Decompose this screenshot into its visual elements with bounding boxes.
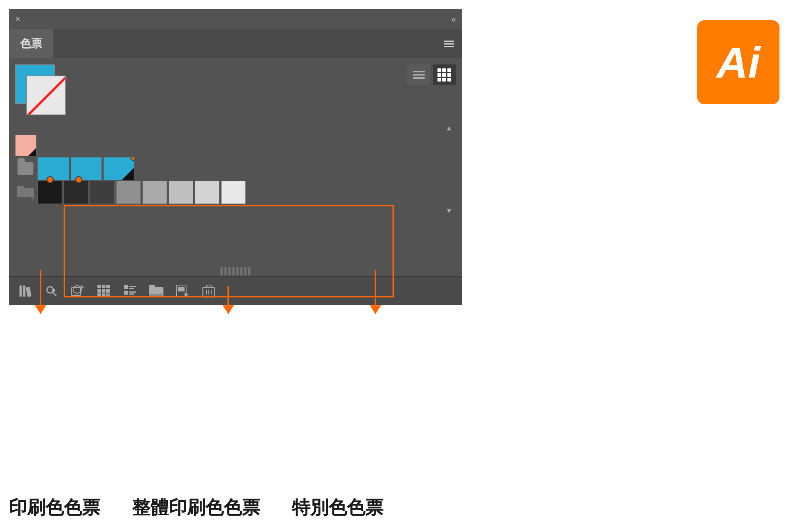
delete-icon [202,284,215,298]
svg-rect-18 [106,285,110,288]
swatch-row-1 [15,134,456,157]
label-global-print-color: 整體印刷色色票 [132,495,260,520]
swatch-gray-4[interactable] [116,181,141,204]
swatch-row-2 [15,157,456,181]
svg-rect-33 [149,285,155,288]
swatch-blue-2[interactable] [71,157,102,180]
current-color-preview [15,64,71,116]
svg-rect-20 [102,289,105,293]
swatches-panel: × « 色票 [9,9,462,305]
folder-shape [17,162,33,175]
svg-rect-26 [124,285,128,289]
svg-rect-36 [178,287,185,291]
label-special-color: 特別色色票 [292,495,383,520]
labels-row: 印刷色色票 整體印刷色色票 特別色色票 [9,495,383,520]
panel-title: 色票 [20,36,42,51]
svg-rect-22 [97,293,101,297]
svg-rect-4 [23,285,25,297]
panel-menu-button[interactable] [444,41,454,47]
close-button[interactable]: × [15,15,20,23]
folder-open-icon-svg [17,186,34,199]
swatch-gray-6[interactable] [169,181,193,204]
find-field-button[interactable] [40,281,63,301]
label-print-color: 印刷色色票 [9,495,100,520]
swatch-dark-gray[interactable] [64,181,88,204]
dot-orange-3 [130,157,134,161]
find-icon [45,285,58,297]
color-preview-row [15,64,456,116]
swatch-area: ▲ [15,122,456,270]
svg-line-8 [52,292,56,296]
scroll-up-row: ▲ [15,122,456,134]
scroll-up-button[interactable]: ▲ [445,124,453,132]
svg-rect-17 [102,285,105,288]
svg-rect-31 [129,293,134,295]
ai-logo: Ai [697,20,779,104]
swatch-gray-7[interactable] [195,181,220,204]
swatch-black[interactable] [37,181,62,204]
svg-marker-34 [149,294,163,297]
library-icon [18,284,32,298]
delete-swatch-button[interactable] [197,281,220,301]
swatch-library-button[interactable] [14,281,37,301]
stroke-color-swatch[interactable] [26,76,66,115]
swatch-pink[interactable] [15,135,37,156]
list-view-icon [413,71,425,79]
panel-title-rest [53,29,462,58]
svg-rect-21 [106,289,110,293]
svg-rect-3 [19,285,22,297]
svg-rect-27 [129,286,136,287]
panel-header: × « [9,9,462,29]
swatch-med-gray[interactable] [90,181,115,204]
svg-rect-5 [26,287,31,297]
swatch-blue-diag[interactable] [103,157,134,180]
arrow-head-1 [35,305,46,314]
open-folder-icon [149,285,163,297]
swatch-options-button[interactable] [119,281,142,301]
new-swatch-icon [97,284,111,298]
swatch-group-folder-open[interactable] [15,182,36,203]
arrow-head-3 [370,305,381,314]
grid-view-button[interactable] [433,64,456,85]
dot-orange-2 [75,176,82,183]
swatch-group-folder-closed[interactable] [15,158,36,179]
place-swatch-icon [176,284,189,298]
svg-rect-30 [129,291,136,293]
swatch-black-corner [28,148,36,156]
grid-view-icon [437,68,451,82]
swatch-gray-8[interactable] [221,181,246,204]
swatch-row-3 [15,181,456,204]
resize-handle[interactable] [221,267,251,276]
svg-rect-28 [129,288,134,289]
arrow-head-2 [223,305,234,314]
new-swatch-button[interactable] [92,281,115,301]
scroll-down-button[interactable]: ▼ [445,207,453,215]
svg-rect-1 [17,186,24,190]
swatch-options-icon [123,284,137,298]
panel-body: ▲ [9,58,462,276]
dot-orange-1 [47,176,54,183]
place-swatch-button[interactable] [171,281,194,301]
create-color-group-icon [71,284,84,298]
scroll-down-row: ▼ [15,204,456,217]
svg-rect-23 [102,293,105,297]
collapse-button[interactable]: « [451,15,456,24]
list-view-button[interactable] [407,64,430,85]
swatch-gray-5[interactable] [142,181,167,204]
open-swatch-folder-button[interactable] [145,281,168,301]
svg-rect-29 [124,291,128,295]
svg-rect-19 [97,289,101,293]
svg-rect-16 [97,285,101,288]
panel-toolbar [9,276,462,305]
create-new-color-group-button[interactable] [66,281,89,301]
folder-open-shape-container [17,186,34,199]
view-toggle-buttons [407,64,456,85]
ai-logo-text: Ai [717,41,760,84]
panel-title-tab[interactable]: 色票 [9,29,53,58]
panel-title-bar: 色票 [9,29,462,58]
svg-rect-40 [206,285,211,287]
swatch-blue-1[interactable] [37,157,69,180]
